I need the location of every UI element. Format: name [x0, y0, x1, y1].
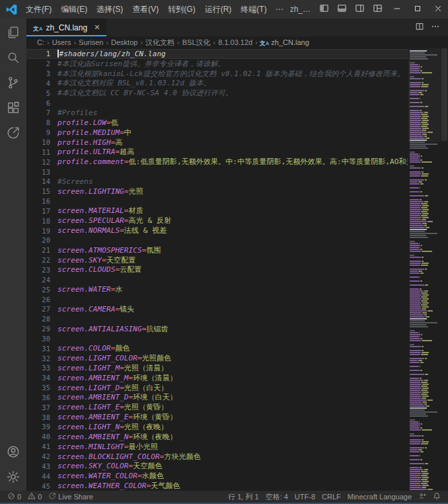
breadcrumb-item[interactable]: Desktop [110, 38, 138, 46]
toggle-secondary-sidebar-button[interactable] [351, 0, 369, 19]
code-line[interactable]: 11profile.ULTRA=超高 [26, 147, 408, 157]
menu-item[interactable]: 运行(R) [200, 2, 237, 17]
code-line[interactable]: 28 [26, 314, 408, 324]
status-feedback[interactable] [415, 491, 429, 503]
lang-key: screen.WATER [57, 285, 111, 294]
breadcrumb-item[interactable]: 汉化文档 [145, 38, 175, 48]
code-line[interactable]: 31screen.COLOR=颜色 [26, 343, 408, 353]
code-line[interactable]: 25screen.WATER=水 [26, 284, 408, 294]
status-language-mode[interactable]: Minecraft Language [344, 491, 415, 503]
more-actions-button[interactable] [428, 21, 443, 35]
code-line[interactable]: 10profile.HIGH=高 [26, 138, 408, 147]
code-line[interactable]: 26 [26, 294, 408, 304]
activity-bar-item-accounts[interactable] [0, 441, 26, 466]
menu-item[interactable]: 终端(T) [236, 2, 271, 17]
breadcrumb-item-file[interactable]: 文Azh_CN.lang [260, 38, 309, 46]
status-indentation[interactable]: 空格: 4 [262, 491, 291, 503]
activity-bar-item-explorer[interactable] [0, 21, 26, 46]
code-line[interactable]: 41screen.MINLIGHT=最小光照 [26, 442, 408, 452]
code-line[interactable]: 34screen.AMBIENT_M=环境（清晨） [26, 373, 408, 383]
code-line[interactable]: 2#本汉化由Surisen提供。并非专业译者，请谅解。 [26, 59, 408, 69]
minimap[interactable] [408, 48, 441, 491]
tab-zh_CN.lang[interactable]: 文Azh_CN.lang✕ [26, 19, 107, 36]
breadcrumb-item[interactable]: 8.1.03.12d [217, 38, 253, 46]
code-line[interactable]: 18screen.SPECULAR=高光 & 反射 [26, 216, 408, 226]
code-line[interactable]: 22screen.SKY=天空配置 [26, 255, 408, 265]
minimap-segment [410, 132, 427, 133]
minimap-segment [428, 489, 433, 490]
code-line[interactable]: 6 [26, 98, 408, 108]
minimap-row [410, 392, 441, 393]
code-line[interactable]: 7#Profiles [26, 108, 408, 118]
code-area[interactable]: 1#shaders/lang/zh_CN.lang2#本汉化由Surisen提供… [26, 48, 408, 491]
code-line[interactable]: 40screen.AMBIENT_N=环境（夜晚） [26, 432, 408, 442]
code-line[interactable]: 21screen.ATMOSPHERICS=氛围 [26, 245, 408, 255]
split-editor-button[interactable] [412, 21, 427, 35]
code-line[interactable]: 35screen.LIGHT_D=光照（白天） [26, 383, 408, 393]
code-line[interactable]: 37screen.LIGHT_E=光照（黄昏） [26, 402, 408, 412]
close-button[interactable] [428, 0, 448, 19]
code-line[interactable]: 9profile.MEDIUM=中 [26, 128, 408, 138]
code-line[interactable]: 29screen.ANTIALIASING=抗锯齿 [26, 324, 408, 334]
code-line[interactable]: 38screen.AMBIENT_E=环境（黄昏） [26, 412, 408, 422]
code-line[interactable]: 20 [26, 235, 408, 245]
code-line[interactable]: 8profile.LOW=低 [26, 118, 408, 128]
minimize-button[interactable] [387, 0, 407, 19]
status-live-share-label: Live Share [58, 493, 93, 501]
code-line[interactable]: 27screen.CAMERA=镜头 [26, 304, 408, 314]
code-line[interactable]: 32screen.LIGHT_COLOR=光照颜色 [26, 353, 408, 363]
menu-item[interactable]: 选择(S) [92, 2, 128, 17]
line-number: 30 [26, 335, 50, 343]
activity-bar-item-search[interactable] [0, 46, 26, 71]
code-line[interactable]: 12profile.comment=低:低质量阴影,无额外效果。中:中等质量阴影… [26, 157, 408, 167]
code-line[interactable]: 36screen.AMBIENT_D=环境（白天） [26, 393, 408, 403]
code-line[interactable]: 4#本汉化文档对应 BSL_v8.1.03.12d 版本。 [26, 79, 408, 89]
code-line[interactable]: 43screen.SKY_COLOR=天空颜色 [26, 461, 408, 471]
code-line[interactable]: 3#本汉化根据kanioL-Lck提交给官方的汉化文档 v8.1.02.1 版本… [26, 69, 408, 79]
status-encoding[interactable]: UTF-8 [291, 491, 318, 503]
status-warnings[interactable]: 0 [24, 491, 45, 503]
activity-bar-item-live-share[interactable] [0, 122, 26, 147]
code-line[interactable]: 30 [26, 333, 408, 343]
tab-close-icon[interactable]: ✕ [94, 24, 100, 31]
breadcrumb-item[interactable]: Surisen [78, 38, 104, 46]
code-line[interactable]: 39screen.LIGHT_N=光照（夜晚） [26, 422, 408, 432]
code-line[interactable]: 16 [26, 196, 408, 206]
toggle-sidebar-button[interactable] [315, 0, 333, 19]
code-line[interactable]: 45screen.WEATHER_COLOR=天气颜色 [26, 481, 408, 491]
menu-item[interactable]: 编辑(E) [56, 2, 92, 17]
activity-bar-item-extensions[interactable] [0, 97, 26, 122]
menu-item[interactable]: 文件(F) [21, 2, 56, 17]
scrollbar-thumb[interactable] [441, 48, 447, 141]
code-line[interactable]: 5#本汉化文档以 CC BY-NC-SA 4.0 协议进行许可。 [26, 88, 408, 98]
code-line[interactable]: 17screen.MATERIAL=材质 [26, 206, 408, 216]
minimap-row [410, 56, 441, 58]
maximize-button[interactable] [407, 0, 428, 19]
code-line[interactable]: 33screen.LIGHT_M=光照（清晨） [26, 363, 408, 373]
menu-item[interactable]: 查看(V) [128, 2, 163, 17]
menu-item[interactable]: 转到(G) [163, 2, 200, 17]
code-line[interactable]: 14#Screens [26, 177, 408, 187]
code-line[interactable]: 13 [26, 167, 408, 177]
code-line[interactable]: 19screen.NORMALS=法线 & 视差 [26, 226, 408, 235]
toggle-panel-button[interactable] [333, 0, 351, 19]
menubar-overflow-button[interactable]: ⋯ [272, 5, 287, 14]
code-line[interactable]: 42screen.BLOCKLIGHT_COLOR=方块光颜色 [26, 452, 408, 462]
code-line[interactable]: 23screen.CLOUDS=云配置 [26, 265, 408, 275]
code-line[interactable]: 1#shaders/lang/zh_CN.lang [26, 49, 408, 59]
breadcrumb-item[interactable]: C: [36, 38, 45, 46]
status-eol[interactable]: CRLF [318, 491, 344, 503]
breadcrumb-item[interactable]: BSL汉化 [182, 38, 211, 48]
status-live-share[interactable]: Live Share [45, 491, 96, 503]
activity-bar-item-settings[interactable] [0, 466, 26, 491]
code-line[interactable]: 24 [26, 274, 408, 284]
customize-layout-button[interactable] [369, 0, 387, 19]
activity-bar-item-source-control[interactable] [0, 71, 26, 97]
breadcrumb-item[interactable]: Users [52, 38, 72, 46]
status-cursor-position[interactable]: 行 1, 列 1 [225, 491, 262, 503]
code-line[interactable]: 15screen.LIGHTING=光照 [26, 187, 408, 196]
editor-scrollbar[interactable] [441, 48, 448, 491]
status-errors[interactable]: 0 [4, 491, 24, 503]
status-notifications[interactable] [429, 491, 444, 503]
code-line[interactable]: 44screen.WATER_COLOR=水颜色 [26, 471, 408, 481]
